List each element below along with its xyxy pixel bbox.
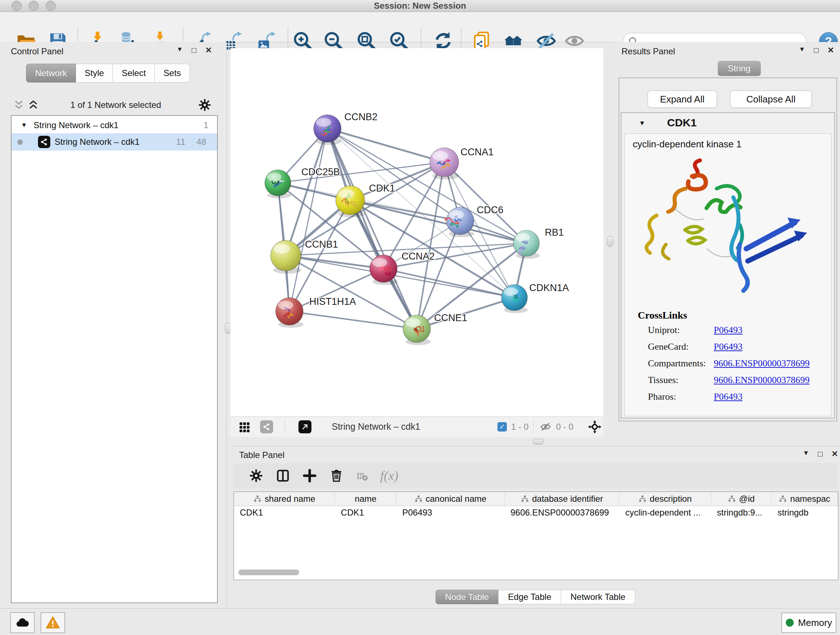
delete-table-icon bbox=[356, 470, 368, 482]
edge-CCNA2-CDKN1A[interactable] bbox=[384, 269, 515, 298]
table-cell[interactable]: CDK1 bbox=[335, 506, 396, 519]
panel-menu-icon[interactable]: ▼ bbox=[803, 449, 809, 459]
add-column-icon[interactable] bbox=[303, 469, 317, 483]
collapse-all-button[interactable]: Collapse All bbox=[730, 90, 812, 108]
table-cell[interactable]: stringdb:9... bbox=[711, 506, 772, 519]
panel-close-icon[interactable]: ✕ bbox=[827, 46, 834, 55]
column-type-tree-icon bbox=[779, 495, 787, 503]
panel-menu-icon[interactable]: ▼ bbox=[799, 46, 805, 55]
table-cell[interactable]: stringdb bbox=[772, 506, 838, 519]
crosslink-label: Compartments: bbox=[648, 358, 706, 369]
column-header-database-identifier[interactable]: database identifier bbox=[505, 492, 619, 506]
network-tree: ▼ String Network – cdk1 1 String Network… bbox=[11, 115, 218, 603]
horizontal-splitter-handle[interactable] bbox=[533, 439, 544, 445]
crosslink-link[interactable]: P06493 bbox=[714, 391, 742, 402]
network-node-CCNA2[interactable] bbox=[370, 255, 398, 285]
tab-edge-table[interactable]: Edge Table bbox=[499, 590, 561, 604]
edge-HIST1H1A-CCNE1[interactable] bbox=[289, 311, 417, 329]
protein-section: ▼ CDK1 cyclin-dependent kinase 1 bbox=[621, 112, 835, 418]
horizontal-scrollbar-thumb[interactable] bbox=[238, 570, 299, 575]
network-node-HIST1H1A[interactable] bbox=[276, 298, 303, 328]
collapse-all-networks-icon[interactable] bbox=[13, 99, 25, 111]
network-node-CCNA1[interactable] bbox=[430, 148, 459, 180]
control-panel: Control Panel ▼ □ ✕ NetworkStyleSelectSe… bbox=[0, 42, 227, 608]
tab-select[interactable]: Select bbox=[113, 64, 155, 82]
delete-column-trash-icon[interactable] bbox=[330, 469, 343, 483]
network-row-selected[interactable]: String Network – cdk1 11 48 bbox=[11, 133, 217, 150]
network-graph[interactable]: CCNB2CCNA1CDC25BCDK1CDC6RB1CCNB1CCNA2CDK… bbox=[231, 48, 603, 416]
section-collapse-icon[interactable]: ▼ bbox=[639, 119, 645, 127]
node-label-CDC6: CDC6 bbox=[477, 204, 504, 215]
network-canvas[interactable]: CCNB2CCNA1CDC25BCDK1CDC6RB1CCNB1CCNA2CDK… bbox=[231, 48, 603, 416]
network-node-CCNB2[interactable] bbox=[314, 115, 341, 145]
edge-CCNB2-RB1[interactable] bbox=[327, 128, 526, 243]
column-header-shared-name[interactable]: shared name bbox=[234, 492, 335, 506]
panel-float-icon[interactable]: □ bbox=[818, 449, 823, 459]
network-share-badge-icon[interactable] bbox=[260, 420, 273, 433]
edge-CCNB2-CCNA1[interactable] bbox=[327, 128, 444, 162]
column-type-tree-icon bbox=[254, 495, 262, 503]
network-node-CDK1[interactable] bbox=[336, 186, 365, 218]
birdseye-grid-icon[interactable] bbox=[239, 421, 250, 432]
toolbar-separator bbox=[287, 28, 288, 50]
collection-count: 1 bbox=[204, 120, 208, 130]
crosslink-link[interactable]: 9606.ENSP00000378699 bbox=[714, 358, 810, 369]
edge-CCNB2-HIST1H1A[interactable] bbox=[289, 128, 327, 311]
panel-menu-icon[interactable]: ▼ bbox=[177, 46, 183, 55]
panel-close-icon[interactable]: ✕ bbox=[831, 449, 838, 459]
network-node-CDC6[interactable] bbox=[445, 207, 474, 237]
open-in-browser-icon[interactable] bbox=[298, 420, 311, 433]
tab-sets[interactable]: Sets bbox=[155, 64, 190, 82]
protein-description: cyclin-dependent kinase 1 bbox=[633, 139, 742, 150]
panel-close-icon[interactable]: ✕ bbox=[205, 46, 212, 55]
warnings-button[interactable] bbox=[41, 612, 65, 633]
tab-network[interactable]: Network bbox=[26, 64, 76, 82]
expand-all-button[interactable]: Expand All bbox=[647, 90, 717, 108]
column-header-namespac[interactable]: namespac bbox=[772, 492, 838, 506]
hidden-eye-slash-icon[interactable] bbox=[540, 421, 551, 432]
network-collection-row[interactable]: ▼ String Network – cdk1 1 bbox=[11, 117, 217, 133]
collection-expand-icon[interactable]: ▼ bbox=[21, 122, 27, 129]
network-options-gear-icon[interactable] bbox=[198, 98, 211, 111]
memory-button[interactable]: Memory bbox=[782, 613, 836, 633]
crosslink-link[interactable]: 9606.ENSP00000378699 bbox=[714, 375, 810, 386]
tab-style[interactable]: Style bbox=[76, 64, 113, 82]
crosslink-link[interactable]: P06493 bbox=[714, 325, 742, 336]
protein-structure-image bbox=[631, 154, 823, 310]
column-header-description[interactable]: description bbox=[619, 492, 711, 506]
table-cell[interactable]: 9606.ENSP00000378699 bbox=[505, 506, 619, 519]
fit-selected-move-icon[interactable] bbox=[588, 420, 602, 434]
network-node-CDC25B[interactable] bbox=[265, 170, 291, 198]
network-node-CDKN1A[interactable] bbox=[501, 285, 528, 313]
table-cell[interactable]: cyclin-dependent ... bbox=[619, 506, 711, 519]
network-node-CCNB1[interactable] bbox=[271, 241, 302, 274]
table-toolbar: f(x) bbox=[233, 463, 837, 488]
table-options-gear-icon[interactable] bbox=[249, 469, 263, 483]
node-label-CCNA2: CCNA2 bbox=[401, 251, 435, 262]
crosslink-row: Tissues:9606.ENSP00000378699 bbox=[625, 375, 831, 391]
column-header-canonical-name[interactable]: canonical name bbox=[396, 492, 505, 506]
results-panel-title: Results Panel bbox=[622, 46, 675, 57]
crosslink-link[interactable]: P06493 bbox=[714, 341, 742, 352]
selected-checkbox-icon[interactable]: ✓ bbox=[497, 422, 507, 432]
show-columns-icon[interactable] bbox=[276, 469, 290, 483]
panel-float-icon[interactable]: □ bbox=[814, 46, 819, 55]
table-cell[interactable]: P06493 bbox=[396, 506, 505, 519]
column-header-name[interactable]: name bbox=[335, 492, 396, 506]
tab-node-table[interactable]: Node Table bbox=[435, 590, 499, 604]
column-type-tree-icon bbox=[638, 495, 646, 503]
network-edge-count: 48 bbox=[196, 137, 206, 147]
network-node-RB1[interactable] bbox=[513, 230, 540, 259]
panel-float-icon[interactable]: □ bbox=[192, 46, 196, 55]
tab-network-table[interactable]: Network Table bbox=[561, 590, 635, 604]
right-splitter-handle[interactable] bbox=[607, 236, 613, 247]
network-label: String Network – cdk1 bbox=[55, 137, 140, 147]
cloud-status-button[interactable] bbox=[10, 612, 35, 633]
network-node-CCNE1[interactable] bbox=[403, 315, 431, 345]
expand-all-networks-icon[interactable] bbox=[27, 99, 39, 111]
tab-string[interactable]: String bbox=[718, 61, 761, 76]
table-cell[interactable]: CDK1 bbox=[234, 506, 335, 519]
column-header-@id[interactable]: @id bbox=[711, 492, 772, 506]
crosslink-row: Compartments:9606.ENSP00000378699 bbox=[625, 358, 831, 375]
main-toolbar: ? bbox=[0, 12, 840, 42]
